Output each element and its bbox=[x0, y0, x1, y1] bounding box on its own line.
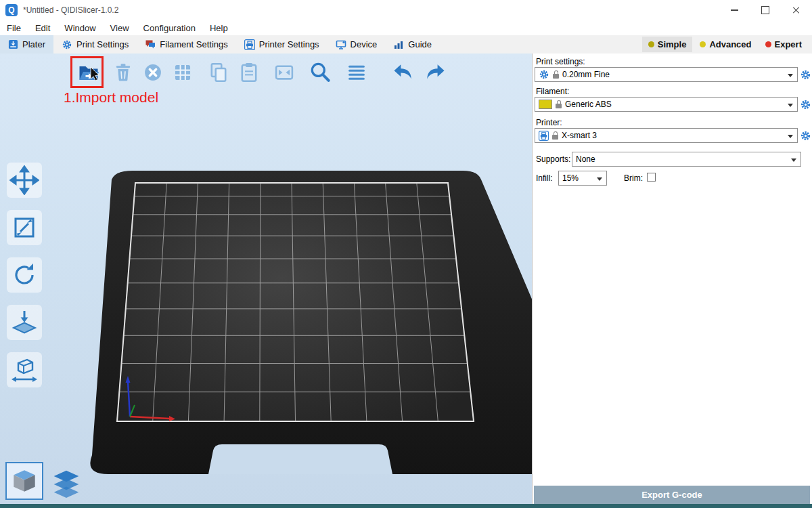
window-title: *Untitled - QIDISlicer-1.0.2 bbox=[23, 5, 118, 15]
supports-combo[interactable]: None bbox=[572, 152, 801, 167]
chevron-down-icon bbox=[788, 74, 793, 77]
gear-icon bbox=[62, 39, 72, 50]
tab-print-settings-label: Print Settings bbox=[76, 39, 129, 49]
mode-expert[interactable]: Expert bbox=[759, 37, 808, 52]
lock-icon bbox=[552, 135, 558, 140]
tab-print-settings[interactable]: Print Settings bbox=[53, 35, 137, 54]
mode-switcher: Simple Advanced Expert bbox=[642, 35, 812, 54]
cursor-icon bbox=[90, 67, 102, 82]
gear-icon bbox=[800, 69, 811, 81]
place-on-face-button[interactable] bbox=[7, 305, 42, 340]
tab-filament-settings-label: Filament Settings bbox=[160, 39, 227, 49]
measure-button[interactable] bbox=[7, 352, 42, 387]
print-profile-value: 0.20mm Fine bbox=[562, 70, 610, 79]
move-button[interactable] bbox=[7, 163, 42, 198]
tab-printer-settings-label: Printer Settings bbox=[259, 39, 319, 49]
tab-plater-label: Plater bbox=[22, 39, 45, 49]
paste-button[interactable] bbox=[235, 59, 263, 86]
edit-printer-settings-button[interactable] bbox=[799, 129, 812, 142]
gear-icon bbox=[800, 130, 811, 142]
rotate-button[interactable] bbox=[7, 257, 42, 293]
bottom-status-strip bbox=[0, 504, 812, 508]
mode-simple[interactable]: Simple bbox=[642, 37, 693, 52]
printer-icon bbox=[244, 39, 255, 50]
maximize-button[interactable] bbox=[750, 0, 781, 20]
printer-label: Printer: bbox=[536, 118, 562, 127]
menu-configuration[interactable]: Configuration bbox=[143, 23, 196, 33]
lock-icon bbox=[553, 74, 559, 79]
mode-advanced[interactable]: Advanced bbox=[694, 37, 757, 52]
minimize-button[interactable] bbox=[719, 0, 750, 20]
layers-stack-icon bbox=[51, 469, 82, 499]
infill-combo[interactable]: 15% bbox=[558, 171, 607, 186]
supports-label: Supports: bbox=[536, 154, 570, 164]
export-gcode-button[interactable]: Export G-code bbox=[534, 486, 810, 504]
supports-value: None bbox=[576, 154, 595, 164]
printer-icon bbox=[539, 131, 549, 141]
copy-button[interactable] bbox=[205, 59, 232, 86]
place-on-face-icon bbox=[9, 308, 39, 337]
viewport-3d[interactable]: 1.Import model bbox=[0, 54, 532, 508]
redo-button[interactable] bbox=[422, 59, 449, 86]
rotate-icon bbox=[9, 260, 39, 290]
maximize-icon bbox=[761, 6, 769, 14]
tabbar: Plater Print Settings Filament Settings … bbox=[0, 35, 812, 54]
undo-icon bbox=[391, 60, 415, 85]
simple-dot-icon bbox=[648, 41, 654, 47]
menu-file[interactable]: File bbox=[7, 23, 21, 33]
brim-checkbox[interactable] bbox=[647, 173, 656, 182]
chevron-down-icon bbox=[597, 177, 602, 181]
minimize-icon bbox=[731, 9, 738, 11]
search-icon bbox=[308, 60, 332, 85]
layer-list-icon bbox=[345, 61, 368, 84]
tab-device-label: Device bbox=[351, 39, 378, 49]
device-icon bbox=[336, 39, 346, 50]
expert-dot-icon bbox=[765, 41, 771, 47]
search-button[interactable] bbox=[307, 59, 334, 86]
arrange-icon bbox=[171, 61, 194, 84]
tab-printer-settings[interactable]: Printer Settings bbox=[236, 35, 328, 54]
measure-icon bbox=[9, 355, 39, 385]
menu-view[interactable]: View bbox=[110, 23, 129, 33]
infill-value: 15% bbox=[562, 173, 579, 183]
scale-icon bbox=[9, 213, 39, 242]
annotation-text: 1.Import model bbox=[64, 89, 158, 106]
paste-icon bbox=[238, 61, 261, 84]
tab-plater[interactable]: Plater bbox=[0, 35, 53, 54]
mode-expert-label: Expert bbox=[775, 39, 802, 49]
delete-button[interactable] bbox=[110, 59, 137, 86]
filament-profile-combo[interactable]: Generic ABS bbox=[535, 97, 798, 112]
delete-all-icon bbox=[141, 61, 164, 84]
gear-icon bbox=[800, 99, 811, 110]
print-settings-label: Print settings: bbox=[536, 57, 585, 66]
titlebar: Q *Untitled - QIDISlicer-1.0.2 bbox=[0, 0, 812, 20]
close-icon bbox=[792, 6, 800, 14]
close-button[interactable] bbox=[781, 0, 812, 20]
gear-icon bbox=[539, 69, 549, 80]
menu-edit[interactable]: Edit bbox=[35, 23, 50, 33]
layer-list-button[interactable] bbox=[343, 59, 370, 86]
tab-guide[interactable]: Guide bbox=[385, 35, 440, 54]
edit-print-settings-button[interactable] bbox=[799, 68, 812, 81]
mode-advanced-label: Advanced bbox=[709, 39, 751, 49]
tab-device[interactable]: Device bbox=[328, 35, 386, 54]
view-3d-button[interactable] bbox=[5, 462, 43, 500]
delete-all-button[interactable] bbox=[139, 59, 166, 86]
preview-layers-button[interactable] bbox=[50, 468, 83, 499]
menu-window[interactable]: Window bbox=[64, 23, 95, 33]
arrange-button[interactable] bbox=[169, 59, 196, 86]
cube-3d-icon bbox=[9, 466, 39, 496]
filament-profile-value: Generic ABS bbox=[565, 100, 612, 109]
filament-color-swatch bbox=[539, 100, 552, 109]
menu-help[interactable]: Help bbox=[210, 23, 228, 33]
edit-filament-settings-button[interactable] bbox=[799, 98, 812, 111]
undo-button[interactable] bbox=[390, 59, 417, 86]
tab-filament-settings[interactable]: Filament Settings bbox=[137, 35, 235, 54]
scale-button[interactable] bbox=[7, 210, 42, 245]
split-icon bbox=[273, 61, 296, 84]
qidislicer-window: Q *Untitled - QIDISlicer-1.0.2 File Edit… bbox=[0, 0, 812, 508]
tab-guide-label: Guide bbox=[408, 39, 432, 49]
printer-profile-combo[interactable]: X-smart 3 bbox=[535, 128, 798, 143]
print-profile-combo[interactable]: 0.20mm Fine bbox=[535, 67, 798, 82]
split-button[interactable] bbox=[271, 59, 298, 86]
